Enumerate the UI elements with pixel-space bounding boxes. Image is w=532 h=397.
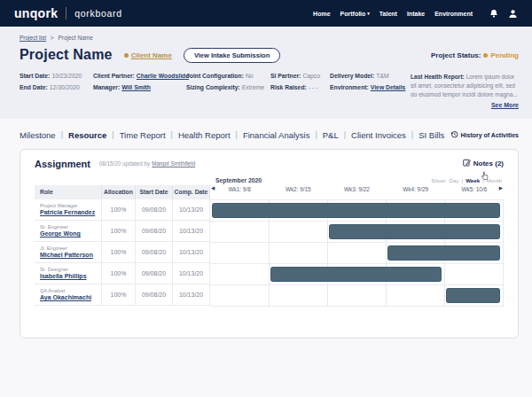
gantt-bar[interactable] [212,203,500,218]
breadcrumb-current: Project Name [58,35,92,41]
assignment-header: Assignment · 08/15/20 updated byMargot S… [35,159,504,169]
gantt-row [210,285,503,307]
tab-client-invoices[interactable]: Client Invoices [351,130,406,140]
manager-link[interactable]: Will Smith [121,84,151,90]
info-col-health-report: Last Health Report: Lorem ipsum dolor si… [411,73,519,108]
app-name[interactable]: qorkboard [74,8,122,19]
comp-date-cell: 10/13/20 [173,242,210,262]
breadcrumb-project-list-link[interactable]: Project list [20,35,46,41]
history-of-activities-button[interactable]: History of Activities [450,130,519,139]
nav-portfolio[interactable]: Portfolio▾ [340,11,370,17]
nav-talent[interactable]: Talent [379,11,397,17]
nav-portfolio-label: Portfolio [340,11,366,17]
view-month-toggle[interactable]: Month [487,177,502,183]
project-info-grid: Start Date:10/23/2020 End Date:12/30/202… [20,73,519,108]
sizing-complexity-field: Sizing Complexity:Extreme [186,84,263,90]
joint-configuration-field: Joint Configuration:No [186,73,263,79]
chevron-down-icon: ▾ [367,11,370,16]
brand-group: unqork qorkboard [14,6,122,20]
start-date-field: Start Date:10/23/2020 [20,73,86,79]
resource-name-link[interactable]: Isabella Phillips [40,273,87,279]
nav-intake[interactable]: Intake [407,11,425,17]
gantt-week-labels: ◀ Wk1: 9/8 Wk2: 9/15 Wk3: 9/22 Wk4: 9/29… [210,186,504,192]
notifications-bell-icon[interactable] [489,9,498,19]
page-title: Project Name [20,47,113,63]
prev-week-icon[interactable]: ◀ [211,185,215,191]
tab-financial-analysis[interactable]: Financial Analysis [243,130,310,140]
tab-time-report[interactable]: Time Report [120,130,166,140]
nav-home[interactable]: Home [313,11,330,17]
gantt-row [210,264,503,285]
info-col-dates: Start Date:10/23/2020 End Date:12/30/202… [20,73,93,108]
see-more-link[interactable]: See More [411,102,519,108]
info-col-partner: SI Partner:Capco Risk Raised:- - - [270,73,330,108]
role-title: Jr. Engineer [40,245,67,251]
status-pending-dot [483,53,488,58]
user-avatar-icon[interactable] [508,9,518,19]
assignment-updated-note: · 08/15/20 updated byMargot Smithfield [96,160,195,167]
week-label: Wk3: 9/22 [327,186,386,192]
nav-environment[interactable]: Environment [434,11,473,17]
allocation-cell: 100% [102,284,136,305]
comp-date-cell: 10/13/20 [173,263,210,284]
gantt-header: September 2020 Show: Day | Week | Month … [210,176,504,199]
assignment-panel: Assignment · 08/15/20 updated byMargot S… [20,149,519,339]
tab-si-bills[interactable]: SI Bills [419,130,444,140]
show-label: Show: [431,177,446,183]
resource-name-link[interactable]: George Wong [40,230,81,237]
table-row: Sr. DesignerIsabella Phillips 100% 09/08… [35,263,210,284]
client-status-dot [124,53,129,58]
tab-pnl[interactable]: P&L [323,130,339,140]
start-date-cell: 09/08/20 [136,284,173,305]
view-intake-submission-button[interactable]: View Intake Submission [184,48,280,63]
notes-button[interactable]: Notes (2) [463,159,504,168]
notes-label: Notes (2) [473,160,504,167]
comp-date-cell: 10/13/20 [173,199,210,220]
gantt-bar[interactable] [446,288,500,303]
view-day-toggle[interactable]: Day [450,177,459,183]
client-badge: Client Name [124,51,172,59]
resource-name-link[interactable]: Aya Okachimachi [40,294,91,300]
allocation-cell: 100% [102,242,136,262]
resource-name-link[interactable]: Patricia Fernandez [40,209,95,215]
project-status-value: Pending [490,51,519,59]
gantt-bar[interactable] [270,267,442,282]
assignment-title: Assignment [35,159,90,169]
gantt-row [210,200,503,222]
tab-health-report[interactable]: Health Report [178,130,231,140]
gantt-view-toggle: Show: Day | Week | Month [431,177,502,183]
last-health-report: Last Health Report: Lorem ipsum dolor si… [411,73,519,99]
unqork-logo[interactable]: unqork [14,6,58,20]
view-details-link[interactable]: View Details [371,84,406,90]
tab-milestone[interactable]: Milestone [20,130,56,140]
role-title: Sr. Designer [40,267,68,272]
week-label: Wk2: 9/15 [269,186,327,192]
gantt-bar[interactable] [329,224,500,239]
table-row: Sr. EngineerGeorge Wong 100% 09/08/20 10… [35,221,210,242]
breadcrumb: Project list > Project Name [20,35,519,41]
view-week-toggle[interactable]: Week [466,177,480,183]
title-row: Project Name Client Name View Intake Sub… [20,47,519,63]
gantt-chart: September 2020 Show: Day | Week | Month … [210,176,504,307]
gantt-row [210,222,503,243]
tab-resource[interactable]: Resource [68,130,106,140]
risk-raised-field: Risk Raised:- - - [270,84,323,90]
resource-name-link[interactable]: Michael Patterson [40,252,93,258]
column-header-role: Role [35,185,102,199]
nav-menu: Home Portfolio▾ Talent Intake Environmen… [313,9,518,19]
breadcrumb-separator: > [51,35,54,41]
updated-by-link[interactable]: Margot Smithfield [152,160,195,167]
history-clock-icon [450,130,458,139]
table-row: Project ManagerPatricia Fernandez 100% 0… [35,199,210,221]
project-status-label: Project Status: [431,51,481,59]
client-partner-link[interactable]: Charlie Woodslide [137,73,189,79]
column-header-start-date: Start Date [136,185,173,199]
gantt-row [210,243,503,264]
info-col-people: Client Partner:Charlie Woodslide Manager… [93,73,186,108]
role-title: Project Manager [40,203,78,208]
gantt-body [210,199,504,307]
client-name-link[interactable]: Client Name [131,51,172,59]
role-title: QA Analyst [40,288,65,293]
next-week-icon[interactable]: ▶ [499,185,503,191]
gantt-bar[interactable] [387,245,500,261]
